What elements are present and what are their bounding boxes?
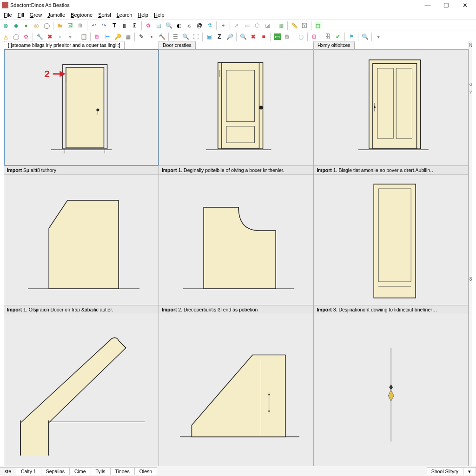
tb-text-icon[interactable]: T xyxy=(110,21,119,30)
tb2-find2-icon[interactable]: 🔍 xyxy=(360,32,370,41)
tb-flask-icon[interactable]: ⚗ xyxy=(205,21,214,30)
status-tab-2[interactable]: Sepalins xyxy=(41,467,70,475)
menu-file[interactable]: File xyxy=(1,11,15,19)
menu-begtoone[interactable]: Begtoone xyxy=(68,11,95,19)
status-tab-1[interactable]: Calty 1 xyxy=(16,467,41,475)
status-right[interactable]: Shool Siltyry xyxy=(427,467,463,475)
tb2-find-icon[interactable]: 🔍 xyxy=(238,32,248,41)
tb2-pen-icon[interactable]: ✎ xyxy=(137,32,146,41)
tb2-drop-icon[interactable]: ▾ xyxy=(66,32,75,41)
tb-cal-icon[interactable]: 🗓 xyxy=(130,21,139,30)
toolbar-1: ◍ ◆ ● ◎ ◯ 🖿 🖫 🗎 ↶ ↷ T ⫼ 🗓 ✿ ▤ 🔍 ◐ ☼ @ ⚗ … xyxy=(0,20,476,31)
tb-ruler-icon[interactable]: 📏 xyxy=(290,21,299,30)
tb-cube-icon[interactable]: ◪ xyxy=(263,21,272,30)
menu-fill[interactable]: Fill xyxy=(15,11,27,19)
tab-left[interactable]: [:]steoame biisgs irly prieeitor and a o… xyxy=(4,41,125,49)
tb-colors-icon[interactable]: ◆ xyxy=(11,21,20,30)
status-dropdown-icon[interactable]: ▾ xyxy=(463,467,476,475)
tb2-list-icon[interactable]: ☰ xyxy=(171,32,180,41)
tb2-dim-icon[interactable]: ⊢ xyxy=(103,32,112,41)
tb2-more-icon[interactable]: ▾ xyxy=(374,32,383,41)
tb-gear-icon[interactable]: ✿ xyxy=(144,21,153,30)
tb2-grid-icon[interactable]: ▦ xyxy=(123,32,132,41)
tb-layers-icon[interactable]: ▤ xyxy=(154,21,163,30)
tb-arrow-icon[interactable]: ➚ xyxy=(232,21,241,30)
tb2-xred-icon[interactable]: ✖ xyxy=(45,32,54,41)
tb2-x2-icon[interactable]: ✖ xyxy=(249,32,258,41)
cell-r3c1[interactable]: Import 1. Olsjiraícn Doocr on frap &abai… xyxy=(4,305,159,466)
cell-r1c2[interactable] xyxy=(159,49,314,166)
tb2-flag-icon[interactable]: ⚑ xyxy=(347,32,356,41)
tb2-sq-icon[interactable]: ▢ xyxy=(296,32,305,41)
status-tab-5[interactable]: Tinoes xyxy=(111,467,135,475)
tb2-ring-icon[interactable]: ◯ xyxy=(11,32,20,41)
menu-serisl[interactable]: Serisl xyxy=(95,11,114,19)
tb-circle-icon[interactable]: ● xyxy=(21,21,31,30)
status-tab-6[interactable]: Olesh xyxy=(135,467,157,475)
minimize-button[interactable]: — xyxy=(418,0,437,10)
tb-world-icon[interactable]: ◍ xyxy=(1,21,10,30)
tb2-wrench-icon[interactable]: 🔧 xyxy=(35,32,44,41)
tb2-warn-icon[interactable]: ◬ xyxy=(1,32,10,41)
tb-at-icon[interactable]: @ xyxy=(195,21,204,30)
tb2-ok-icon[interactable]: ✔ xyxy=(333,32,343,41)
tb2-mag-icon[interactable]: 🔎 xyxy=(225,32,234,41)
tb2-zoomin-icon[interactable]: 🔍 xyxy=(181,32,190,41)
maximize-button[interactable]: ☐ xyxy=(437,0,456,10)
tb-page-icon[interactable]: 🗎 xyxy=(76,21,85,30)
status-tab-3[interactable]: Cime xyxy=(70,467,91,475)
tb2-z-icon[interactable]: Z xyxy=(215,32,224,41)
tab-right[interactable]: Hxmy oltioitces xyxy=(313,41,355,49)
tb2-block-icon[interactable]: ▪ xyxy=(147,32,156,41)
tb-sun-icon[interactable]: ☼ xyxy=(185,21,194,30)
tb2-gray-icon[interactable]: ▫ xyxy=(55,32,65,41)
tb2-doc-icon[interactable]: 🗎 xyxy=(93,32,102,41)
close-button[interactable]: ✕ xyxy=(456,0,474,10)
menu-jamolle[interactable]: Jamolle xyxy=(45,11,68,19)
cell-r1c3[interactable] xyxy=(313,49,469,166)
tb-chat-icon[interactable]: ◻ xyxy=(313,21,323,30)
cell-r2c3[interactable]: Import 1. Bisgle tiat amonile eo pover a… xyxy=(313,165,469,305)
menu-help2[interactable]: Help xyxy=(151,11,167,19)
tb-hex-icon[interactable]: ⬡ xyxy=(252,21,262,30)
tb-redo-icon[interactable]: ↷ xyxy=(99,21,109,30)
right-panel[interactable]: N a v 8 xyxy=(469,41,472,466)
rg-6: 8 xyxy=(469,277,472,282)
tb-key-icon[interactable]: ⚿ xyxy=(300,21,309,30)
tb-search-icon[interactable]: 🔍 xyxy=(164,21,173,30)
tb2-cal-icon[interactable]: 🗓 xyxy=(310,32,319,41)
tb2-db-icon[interactable]: 🗄 xyxy=(323,32,332,41)
tb-ring-icon[interactable]: ◯ xyxy=(42,21,51,30)
tb-pipe-icon[interactable]: ⫼ xyxy=(120,21,129,30)
tb-disc-icon[interactable]: ◎ xyxy=(32,21,41,30)
app-icon xyxy=(2,2,8,8)
tb-plus-icon[interactable]: + xyxy=(218,21,228,30)
tb2-gear2-icon[interactable]: ✿ xyxy=(21,32,31,41)
tb2-zoomfit-icon[interactable]: ⛶ xyxy=(191,32,200,41)
tb-folder-icon[interactable]: 🖿 xyxy=(55,21,65,30)
status-tab-4[interactable]: Tylls xyxy=(91,467,111,475)
cell-r1c1[interactable]: 2 xyxy=(4,49,159,166)
tb-save-icon[interactable]: 🖫 xyxy=(66,21,75,30)
tb-sheet-icon[interactable]: ▥ xyxy=(276,21,285,30)
tb2-doc2-icon[interactable]: 🗎 xyxy=(283,32,292,41)
menu-learch[interactable]: Learch xyxy=(114,11,135,19)
tb-undo-icon[interactable]: ↶ xyxy=(89,21,99,30)
menubar: File Fill Grew Jamolle Begtoone Serisl L… xyxy=(0,10,476,20)
menu-help[interactable]: Help xyxy=(135,11,151,19)
tb2-grn-icon[interactable]: ▭ xyxy=(272,32,282,41)
tb2-ham-icon[interactable]: 🔨 xyxy=(157,32,166,41)
cell-r2c1[interactable]: Import Sµ altt8 tuthory xyxy=(4,165,159,305)
menu-grew[interactable]: Grew xyxy=(27,11,45,19)
status-tab-0[interactable]: ste xyxy=(0,467,16,475)
tb2-redsq-icon[interactable]: ■ xyxy=(259,32,268,41)
tb2-check-icon[interactable]: ▣ xyxy=(205,32,214,41)
cell-r3c2[interactable]: Import 2. Dieoopertiuntis ßl end as pobe… xyxy=(159,305,314,466)
tab-middle[interactable]: Door cresties xyxy=(159,41,196,49)
cell-r2c2[interactable]: Import 1. Deginally poiteiblle of olving… xyxy=(159,165,314,305)
tb-box-icon[interactable]: ▭ xyxy=(242,21,251,30)
tb2-clip-icon[interactable]: 📋 xyxy=(79,32,88,41)
cell-r3c3[interactable]: Import 3. Desjinationont dowiing to lidi… xyxy=(313,305,469,466)
tb2-key-icon[interactable]: 🔑 xyxy=(113,32,122,41)
tb-dark-icon[interactable]: ◐ xyxy=(174,21,184,30)
